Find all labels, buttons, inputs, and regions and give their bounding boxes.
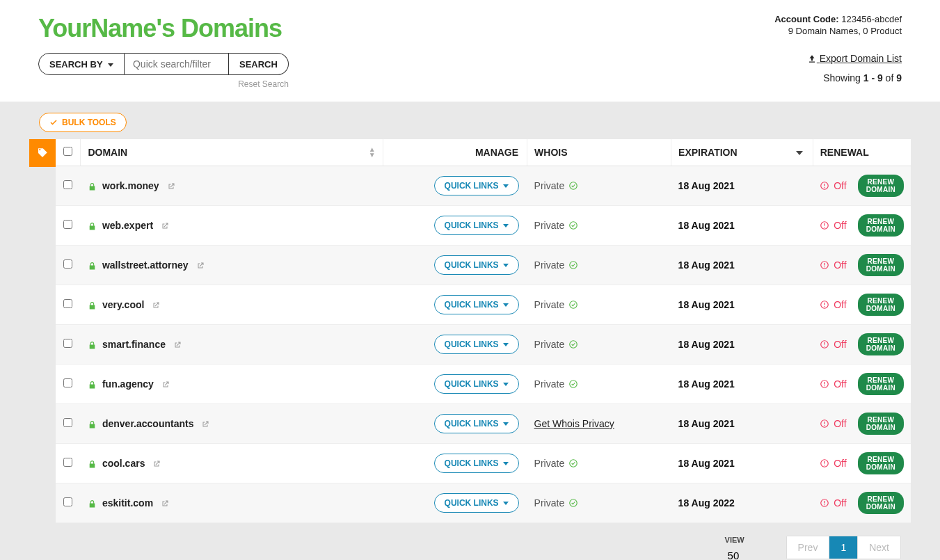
table-row: fun.agencyQUICK LINKSPrivate 18 Aug 2021… (56, 365, 911, 404)
open-domain-icon[interactable] (161, 378, 170, 390)
search-button[interactable]: SEARCH (229, 53, 289, 75)
quick-links-button[interactable]: QUICK LINKS (434, 335, 519, 354)
whois-private: Private (534, 339, 579, 350)
quick-links-button[interactable]: QUICK LINKS (434, 493, 519, 513)
whois-private: Private (534, 259, 579, 271)
table-row: web.expertQUICK LINKSPrivate 18 Aug 2021… (56, 206, 911, 246)
alert-circle-icon (820, 458, 829, 468)
quick-links-button[interactable]: QUICK LINKS (434, 176, 519, 195)
row-checkbox[interactable] (63, 220, 72, 229)
account-code-value: 123456-abcdef (841, 14, 902, 24)
renew-domain-button[interactable]: RENEW DOMAIN (858, 413, 904, 435)
domain-link[interactable]: very.cool (102, 299, 144, 310)
renew-domain-button[interactable]: RENEW DOMAIN (858, 294, 904, 316)
check-circle-icon (568, 260, 578, 270)
col-expiration-header[interactable]: EXPIRATION (671, 139, 813, 166)
whois-private: Private (534, 220, 579, 231)
row-checkbox[interactable] (63, 259, 72, 269)
tag-tab[interactable] (29, 139, 56, 167)
domain-link[interactable]: denver.accountants (102, 418, 194, 429)
expiration-date: 18 Aug 2021 (678, 339, 735, 350)
open-domain-icon[interactable] (167, 180, 175, 191)
external-link-icon (152, 460, 161, 468)
view-count-input[interactable] (725, 545, 772, 560)
page-1-button[interactable]: 1 (829, 536, 857, 559)
external-link-icon (161, 381, 170, 389)
alert-circle-icon (820, 221, 829, 230)
open-domain-icon[interactable] (161, 497, 169, 509)
search-by-button[interactable]: SEARCH BY (38, 53, 125, 75)
renew-domain-button[interactable]: RENEW DOMAIN (858, 373, 904, 395)
svg-point-30 (825, 465, 825, 465)
domain-link[interactable]: wallstreet.attorney (102, 259, 189, 271)
row-checkbox[interactable] (63, 458, 72, 467)
domain-link[interactable]: cool.cars (102, 458, 145, 469)
svg-point-26 (825, 425, 825, 426)
row-checkbox[interactable] (63, 299, 72, 308)
quick-links-button[interactable]: QUICK LINKS (434, 216, 519, 235)
svg-point-27 (570, 460, 577, 467)
quick-links-button[interactable]: QUICK LINKS (434, 374, 519, 394)
svg-point-7 (825, 227, 825, 227)
domain-link[interactable]: fun.agency (102, 378, 154, 390)
select-all-checkbox[interactable] (63, 147, 72, 156)
page-title: YourName's Domains (38, 14, 282, 43)
domain-link[interactable]: work.money (102, 180, 159, 191)
check-circle-icon (568, 181, 578, 191)
pagination: Prev 1 Next (786, 536, 901, 559)
renew-domain-button[interactable]: RENEW DOMAIN (858, 333, 904, 355)
domain-link[interactable]: smart.finance (102, 339, 166, 350)
check-circle-icon (568, 458, 578, 468)
renew-domain-button[interactable]: RENEW DOMAIN (858, 452, 904, 474)
svg-point-20 (570, 381, 577, 388)
expiration-date: 18 Aug 2021 (678, 259, 735, 271)
auto-renewal-status: Off (820, 259, 846, 271)
auto-renewal-status: Off (820, 339, 846, 350)
row-checkbox[interactable] (63, 378, 72, 387)
get-whois-privacy-link[interactable]: Get Whois Privacy (534, 418, 614, 429)
search-input[interactable] (125, 53, 229, 75)
check-circle-icon (568, 498, 578, 508)
renew-domain-button[interactable]: RENEW DOMAIN (858, 254, 904, 276)
domain-link[interactable]: web.expert (102, 220, 153, 231)
quick-links-button[interactable]: QUICK LINKS (434, 414, 519, 433)
domain-link[interactable]: eskitit.com (102, 497, 153, 509)
reset-search-link[interactable]: Reset Search (38, 79, 289, 89)
open-domain-icon[interactable] (196, 259, 205, 271)
row-checkbox[interactable] (63, 418, 72, 427)
expiration-date: 18 Aug 2021 (678, 299, 735, 310)
next-page-button[interactable]: Next (857, 536, 900, 559)
expiration-date: 18 Aug 2021 (678, 378, 735, 390)
caret-down-icon (503, 264, 509, 267)
svg-point-12 (570, 301, 577, 309)
caret-down-icon (503, 383, 509, 386)
whois-private: Private (534, 378, 579, 390)
row-checkbox[interactable] (63, 497, 72, 506)
quick-links-button[interactable]: QUICK LINKS (434, 255, 519, 275)
quick-links-button[interactable]: QUICK LINKS (434, 454, 519, 473)
open-domain-icon[interactable] (201, 418, 209, 429)
auto-renewal-status: Off (820, 378, 846, 390)
auto-renewal-status: Off (820, 220, 846, 231)
renew-domain-button[interactable]: RENEW DOMAIN (858, 214, 904, 237)
export-domain-list-link[interactable]: Export Domain List (807, 53, 902, 64)
prev-page-button[interactable]: Prev (787, 536, 829, 559)
table-row: eskitit.comQUICK LINKSPrivate 18 Aug 202… (56, 483, 911, 523)
domain-table: DOMAIN ▲▼ MANAGE WHOIS EXPIRATION RENEWA… (56, 139, 911, 523)
svg-point-23 (825, 385, 825, 386)
renew-domain-button[interactable]: RENEW DOMAIN (858, 492, 904, 514)
svg-point-31 (570, 499, 577, 507)
open-domain-icon[interactable] (161, 220, 169, 231)
open-domain-icon[interactable] (152, 299, 160, 310)
alert-circle-icon (820, 419, 829, 429)
alert-circle-icon (820, 379, 829, 389)
quick-links-button[interactable]: QUICK LINKS (434, 295, 519, 314)
open-domain-icon[interactable] (173, 339, 182, 350)
row-checkbox[interactable] (63, 180, 72, 189)
bulk-tools-button[interactable]: BULK TOOLS (39, 113, 127, 132)
col-domain-header[interactable]: DOMAIN ▲▼ (81, 139, 383, 166)
row-checkbox[interactable] (63, 339, 72, 348)
renew-domain-button[interactable]: RENEW DOMAIN (858, 175, 904, 197)
external-link-icon (161, 499, 169, 508)
open-domain-icon[interactable] (152, 458, 161, 469)
